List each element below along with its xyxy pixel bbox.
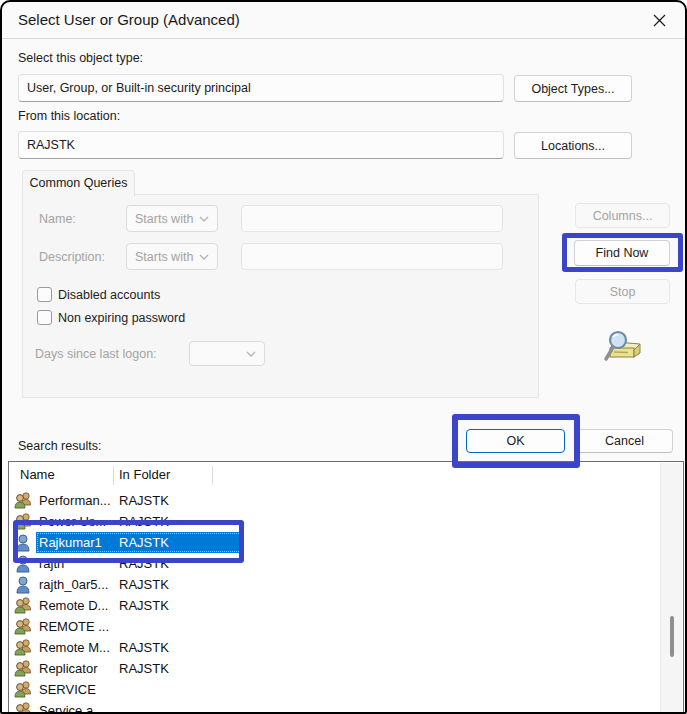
group-icon <box>13 701 33 714</box>
stop-button[interactable]: Stop <box>575 279 670 304</box>
list-item[interactable]: SERVICE <box>9 679 683 700</box>
list-item[interactable]: Service a... <box>9 700 683 714</box>
tab-common-queries[interactable]: Common Queries <box>22 170 135 196</box>
result-name: Service a... <box>39 700 104 714</box>
location-field[interactable]: RAJSTK <box>18 131 504 159</box>
result-name: rajth_0ar5... <box>39 574 108 595</box>
days-since-logon-select[interactable] <box>189 341 265 366</box>
result-name: REMOTE ... <box>39 616 109 637</box>
description-match-value: Starts with <box>135 250 193 264</box>
search-results-label: Search results: <box>18 437 101 455</box>
list-item[interactable]: ReplicatorRAJSTK <box>9 658 683 679</box>
chevron-down-icon <box>246 351 256 357</box>
search-icon <box>602 329 642 363</box>
titlebar: Select User or Group (Advanced) <box>2 2 685 39</box>
result-folder: RAJSTK <box>119 490 169 511</box>
list-header: Name In Folder <box>9 462 683 490</box>
description-match-select[interactable]: Starts with <box>126 243 218 270</box>
name-match-value: Starts with <box>135 212 193 226</box>
result-name: Remote D... <box>39 595 108 616</box>
non-expiring-password-checkbox[interactable] <box>37 310 52 325</box>
result-name: Rajkumar1 <box>39 532 102 553</box>
cancel-button[interactable]: Cancel <box>576 429 673 453</box>
list-item[interactable]: Power Us...RAJSTK <box>9 511 683 532</box>
scrollbar-thumb[interactable] <box>670 616 674 657</box>
description-label: Description: <box>39 248 105 266</box>
group-icon <box>13 512 33 531</box>
disabled-accounts-checkbox[interactable] <box>37 287 52 302</box>
group-icon <box>13 680 33 699</box>
ok-button[interactable]: OK <box>466 429 565 453</box>
result-name: Power Us... <box>39 511 106 532</box>
list-item[interactable]: rajthRAJSTK <box>9 553 683 574</box>
non-expiring-password-label: Non expiring password <box>58 310 185 326</box>
result-name: SERVICE <box>39 679 96 700</box>
column-header-in-folder[interactable]: In Folder <box>119 462 170 488</box>
location-label: From this location: <box>18 107 120 125</box>
result-name: Performan... <box>39 490 111 511</box>
column-header-name[interactable]: Name <box>20 462 55 488</box>
group-icon <box>13 491 33 510</box>
list-item[interactable]: Remote M...RAJSTK <box>9 637 683 658</box>
find-now-button[interactable]: Find Now <box>574 240 670 266</box>
result-name: Replicator <box>39 658 98 679</box>
result-folder: RAJSTK <box>119 553 169 574</box>
result-folder: RAJSTK <box>119 574 169 595</box>
name-input[interactable] <box>241 205 503 232</box>
result-name: rajth <box>39 553 64 574</box>
scrollbar-track[interactable] <box>660 463 682 712</box>
name-label: Name: <box>39 210 76 228</box>
result-name: Remote M... <box>39 637 110 658</box>
list-item[interactable]: Performan...RAJSTK <box>9 490 683 511</box>
object-type-field[interactable]: User, Group, or Built-in security princi… <box>18 74 504 102</box>
columns-button[interactable]: Columns... <box>575 203 670 228</box>
result-folder: RAJSTK <box>119 595 169 616</box>
result-folder: RAJSTK <box>119 511 169 532</box>
column-separator[interactable] <box>113 466 114 485</box>
search-results-list: Name In Folder Performan...RAJSTKPower U… <box>8 461 684 714</box>
select-user-or-group-dialog: Select User or Group (Advanced) Select t… <box>0 0 687 714</box>
locations-button[interactable]: Locations... <box>514 132 632 159</box>
list-item[interactable]: rajth_0ar5...RAJSTK <box>9 574 683 595</box>
user-icon <box>13 554 33 573</box>
results-rows: Performan...RAJSTKPower Us...RAJSTKRajku… <box>9 490 683 713</box>
description-input[interactable] <box>241 243 503 270</box>
object-type-label: Select this object type: <box>18 49 143 67</box>
list-item[interactable]: Rajkumar1RAJSTK <box>9 532 683 553</box>
chevron-down-icon <box>199 216 209 222</box>
result-folder: RAJSTK <box>119 658 169 679</box>
list-item[interactable]: Remote D...RAJSTK <box>9 595 683 616</box>
group-icon <box>13 596 33 615</box>
result-folder: RAJSTK <box>119 637 169 658</box>
group-icon <box>13 638 33 657</box>
days-since-logon-label: Days since last logon: <box>35 345 157 363</box>
result-folder: RAJSTK <box>119 532 169 553</box>
column-separator[interactable] <box>212 466 213 485</box>
group-icon <box>13 659 33 678</box>
list-item[interactable]: REMOTE ... <box>9 616 683 637</box>
disabled-accounts-label: Disabled accounts <box>58 287 160 303</box>
close-icon[interactable] <box>643 7 675 34</box>
user-icon <box>13 533 33 552</box>
chevron-down-icon <box>199 254 209 260</box>
group-icon <box>13 617 33 636</box>
name-match-select[interactable]: Starts with <box>126 205 218 232</box>
object-types-button[interactable]: Object Types... <box>514 75 632 102</box>
user-icon <box>13 575 33 594</box>
dialog-title: Select User or Group (Advanced) <box>18 2 240 38</box>
